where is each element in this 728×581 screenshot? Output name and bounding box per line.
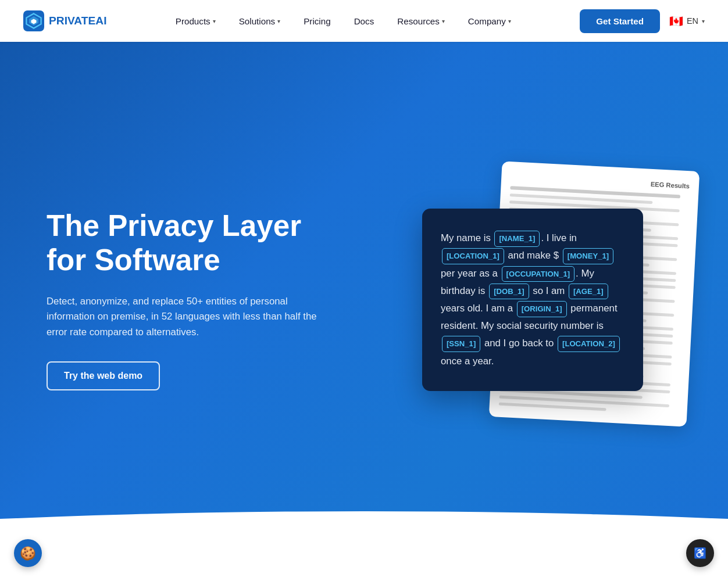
get-started-button[interactable]: Get Started (580, 9, 660, 33)
nav-products[interactable]: Products ▾ (166, 12, 225, 31)
nav-solutions[interactable]: Solutions ▾ (230, 12, 290, 31)
nav-pricing[interactable]: Pricing (294, 12, 340, 31)
logo[interactable]: PRIVATEAI (23, 10, 107, 31)
nav-docs[interactable]: Docs (345, 12, 384, 31)
demo-card-text: My name is [NAME_1]. I live in [LOCATION… (441, 229, 624, 370)
flag-icon: 🇨🇦 (669, 15, 683, 28)
accessibility-button[interactable]: ♿ (686, 539, 714, 567)
ssn-tag: [SSN_1] (442, 336, 480, 352)
money-tag: [MONEY_1] (563, 248, 613, 264)
dob-tag: [DOB_1] (489, 284, 529, 300)
solutions-chevron-icon: ▾ (277, 17, 280, 24)
try-demo-button[interactable]: Try the web demo (47, 361, 160, 390)
name-tag: [NAME_1] (494, 231, 540, 247)
navbar: PRIVATEAI Products ▾ Solutions ▾ Pricing… (0, 0, 728, 42)
hero-right: EEG Results (384, 160, 681, 439)
hero-wave (0, 511, 728, 581)
occupation-tag: [OCCUPATION_1] (502, 266, 575, 282)
resources-chevron-icon: ▾ (442, 17, 445, 24)
nav-company[interactable]: Company ▾ (459, 12, 520, 31)
cookie-icon: 🍪 (20, 546, 36, 561)
logo-icon (23, 10, 44, 31)
language-selector[interactable]: 🇨🇦 EN ▾ (669, 15, 705, 28)
company-chevron-icon: ▾ (508, 17, 511, 24)
hero-description: Detect, anonymize, and replace 50+ entit… (47, 294, 326, 341)
cookie-button[interactable]: 🍪 (14, 539, 42, 567)
age-tag: [AGE_1] (569, 284, 608, 300)
lang-chevron-icon: ▾ (702, 17, 705, 24)
accessibility-icon: ♿ (694, 547, 706, 560)
location1-tag: [LOCATION_1] (442, 248, 504, 264)
nav-right: Get Started 🇨🇦 EN ▾ (580, 9, 705, 33)
origin-tag: [ORIGIN_1] (517, 301, 567, 317)
location2-tag: [LOCATION_2] (558, 336, 620, 352)
logo-text: PRIVATEAI (49, 15, 107, 27)
demo-card: My name is [NAME_1]. I live in [LOCATION… (422, 209, 643, 391)
nav-resources[interactable]: Resources ▾ (388, 12, 454, 31)
hero-section: The Privacy Layer for Software Detect, a… (0, 0, 728, 581)
nav-links: Products ▾ Solutions ▾ Pricing Docs Reso… (166, 12, 520, 31)
hero-heading: The Privacy Layer for Software (47, 209, 349, 278)
hero-left: The Privacy Layer for Software Detect, a… (47, 209, 349, 390)
products-chevron-icon: ▾ (213, 17, 216, 24)
hero-content: The Privacy Layer for Software Detect, a… (0, 42, 728, 581)
